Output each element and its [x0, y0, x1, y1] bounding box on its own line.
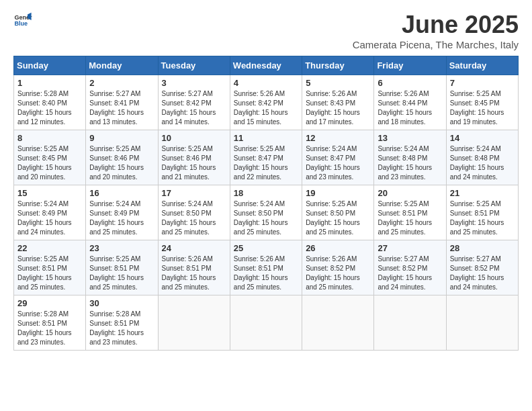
day-info: Sunrise: 5:25 AM Sunset: 8:51 PM Dayligh… [17, 255, 82, 292]
calendar-cell: 26 Sunrise: 5:26 AM Sunset: 8:52 PM Dayl… [302, 240, 374, 295]
calendar-cell: 15 Sunrise: 5:24 AM Sunset: 8:49 PM Dayl… [14, 185, 86, 240]
calendar-cell: 29 Sunrise: 5:28 AM Sunset: 8:51 PM Dayl… [14, 295, 86, 351]
calendar-week-5: 29 Sunrise: 5:28 AM Sunset: 8:51 PM Dayl… [14, 295, 519, 351]
title-area: June 2025 Camerata Picena, The Marches, … [353, 11, 519, 50]
day-info: Sunrise: 5:24 AM Sunset: 8:47 PM Dayligh… [306, 144, 370, 182]
day-number: 26 [306, 243, 370, 253]
day-number: 23 [89, 243, 154, 253]
day-info: Sunrise: 5:24 AM Sunset: 8:50 PM Dayligh… [234, 199, 298, 237]
calendar-cell: 2 Sunrise: 5:27 AM Sunset: 8:41 PM Dayli… [86, 75, 158, 130]
calendar-cell: 22 Sunrise: 5:25 AM Sunset: 8:51 PM Dayl… [14, 240, 86, 295]
day-info: Sunrise: 5:25 AM Sunset: 8:46 PM Dayligh… [89, 144, 154, 182]
month-title: June 2025 [353, 11, 519, 39]
calendar-cell: 16 Sunrise: 5:24 AM Sunset: 8:49 PM Dayl… [86, 185, 158, 240]
day-number: 6 [378, 78, 442, 88]
calendar-cell: 5 Sunrise: 5:26 AM Sunset: 8:43 PM Dayli… [302, 75, 374, 130]
logo-icon: General Blue [13, 11, 32, 30]
calendar-cell: 19 Sunrise: 5:25 AM Sunset: 8:50 PM Dayl… [302, 185, 374, 240]
day-info: Sunrise: 5:25 AM Sunset: 8:51 PM Dayligh… [89, 255, 154, 292]
header-sunday: Sunday [14, 56, 86, 75]
day-number: 18 [234, 188, 298, 198]
day-number: 9 [89, 133, 154, 143]
day-info: Sunrise: 5:28 AM Sunset: 8:51 PM Dayligh… [89, 310, 154, 347]
day-number: 5 [306, 78, 370, 88]
day-number: 14 [450, 133, 515, 143]
calendar-cell [374, 295, 446, 351]
calendar-cell: 28 Sunrise: 5:27 AM Sunset: 8:52 PM Dayl… [446, 240, 518, 295]
calendar-cell: 21 Sunrise: 5:25 AM Sunset: 8:51 PM Dayl… [446, 185, 518, 240]
calendar-cell: 8 Sunrise: 5:25 AM Sunset: 8:45 PM Dayli… [14, 130, 86, 185]
calendar-week-1: 1 Sunrise: 5:28 AM Sunset: 8:40 PM Dayli… [14, 75, 519, 130]
day-number: 17 [162, 188, 226, 198]
calendar-cell [446, 295, 518, 351]
day-number: 25 [234, 243, 298, 253]
day-info: Sunrise: 5:27 AM Sunset: 8:52 PM Dayligh… [378, 255, 442, 292]
day-number: 1 [17, 78, 82, 88]
header-friday: Friday [374, 56, 446, 75]
day-number: 7 [450, 78, 515, 88]
calendar-cell: 20 Sunrise: 5:25 AM Sunset: 8:51 PM Dayl… [374, 185, 446, 240]
calendar-cell: 6 Sunrise: 5:26 AM Sunset: 8:44 PM Dayli… [374, 75, 446, 130]
day-info: Sunrise: 5:25 AM Sunset: 8:47 PM Dayligh… [234, 144, 298, 182]
calendar-cell: 25 Sunrise: 5:26 AM Sunset: 8:51 PM Dayl… [230, 240, 302, 295]
day-number: 4 [234, 78, 298, 88]
day-info: Sunrise: 5:24 AM Sunset: 8:49 PM Dayligh… [17, 199, 82, 237]
day-number: 10 [162, 133, 226, 143]
day-number: 3 [162, 78, 226, 88]
header: General Blue June 2025 Camerata Picena, … [13, 11, 519, 50]
day-info: Sunrise: 5:28 AM Sunset: 8:51 PM Dayligh… [17, 310, 82, 347]
day-info: Sunrise: 5:25 AM Sunset: 8:51 PM Dayligh… [378, 199, 442, 237]
calendar-cell: 1 Sunrise: 5:28 AM Sunset: 8:40 PM Dayli… [14, 75, 86, 130]
day-info: Sunrise: 5:26 AM Sunset: 8:52 PM Dayligh… [306, 255, 370, 292]
day-number: 12 [306, 133, 370, 143]
calendar-cell: 9 Sunrise: 5:25 AM Sunset: 8:46 PM Dayli… [86, 130, 158, 185]
day-number: 11 [234, 133, 298, 143]
day-number: 24 [162, 243, 226, 253]
calendar-cell [158, 295, 230, 351]
day-number: 15 [17, 188, 82, 198]
calendar-header-row: SundayMondayTuesdayWednesdayThursdayFrid… [14, 56, 519, 75]
day-info: Sunrise: 5:26 AM Sunset: 8:51 PM Dayligh… [234, 255, 298, 292]
day-number: 21 [450, 188, 515, 198]
day-info: Sunrise: 5:24 AM Sunset: 8:48 PM Dayligh… [378, 144, 442, 182]
calendar-cell: 18 Sunrise: 5:24 AM Sunset: 8:50 PM Dayl… [230, 185, 302, 240]
day-number: 30 [89, 298, 154, 308]
day-info: Sunrise: 5:24 AM Sunset: 8:48 PM Dayligh… [450, 144, 515, 182]
calendar-cell [302, 295, 374, 351]
day-number: 19 [306, 188, 370, 198]
calendar-cell: 3 Sunrise: 5:27 AM Sunset: 8:42 PM Dayli… [158, 75, 230, 130]
day-info: Sunrise: 5:26 AM Sunset: 8:43 PM Dayligh… [306, 89, 370, 127]
day-number: 16 [89, 188, 154, 198]
calendar-cell: 12 Sunrise: 5:24 AM Sunset: 8:47 PM Dayl… [302, 130, 374, 185]
calendar-cell: 10 Sunrise: 5:25 AM Sunset: 8:46 PM Dayl… [158, 130, 230, 185]
day-info: Sunrise: 5:26 AM Sunset: 8:42 PM Dayligh… [234, 89, 298, 127]
day-info: Sunrise: 5:27 AM Sunset: 8:42 PM Dayligh… [162, 89, 226, 127]
header-thursday: Thursday [302, 56, 374, 75]
day-info: Sunrise: 5:26 AM Sunset: 8:51 PM Dayligh… [162, 255, 226, 292]
calendar-cell: 23 Sunrise: 5:25 AM Sunset: 8:51 PM Dayl… [86, 240, 158, 295]
day-number: 28 [450, 243, 515, 253]
calendar-cell: 27 Sunrise: 5:27 AM Sunset: 8:52 PM Dayl… [374, 240, 446, 295]
location-title: Camerata Picena, The Marches, Italy [353, 39, 519, 50]
calendar-cell: 4 Sunrise: 5:26 AM Sunset: 8:42 PM Dayli… [230, 75, 302, 130]
day-info: Sunrise: 5:25 AM Sunset: 8:50 PM Dayligh… [306, 199, 370, 237]
header-monday: Monday [86, 56, 158, 75]
day-number: 8 [17, 133, 82, 143]
calendar-cell: 24 Sunrise: 5:26 AM Sunset: 8:51 PM Dayl… [158, 240, 230, 295]
day-info: Sunrise: 5:24 AM Sunset: 8:50 PM Dayligh… [162, 199, 226, 237]
calendar: SundayMondayTuesdayWednesdayThursdayFrid… [13, 56, 519, 351]
header-saturday: Saturday [446, 56, 518, 75]
day-info: Sunrise: 5:25 AM Sunset: 8:51 PM Dayligh… [450, 199, 515, 237]
day-info: Sunrise: 5:28 AM Sunset: 8:40 PM Dayligh… [17, 89, 82, 127]
day-number: 27 [378, 243, 442, 253]
calendar-cell: 17 Sunrise: 5:24 AM Sunset: 8:50 PM Dayl… [158, 185, 230, 240]
day-info: Sunrise: 5:25 AM Sunset: 8:45 PM Dayligh… [450, 89, 515, 127]
header-tuesday: Tuesday [158, 56, 230, 75]
day-number: 29 [17, 298, 82, 308]
calendar-cell: 30 Sunrise: 5:28 AM Sunset: 8:51 PM Dayl… [86, 295, 158, 351]
calendar-week-4: 22 Sunrise: 5:25 AM Sunset: 8:51 PM Dayl… [14, 240, 519, 295]
day-info: Sunrise: 5:25 AM Sunset: 8:45 PM Dayligh… [17, 144, 82, 182]
day-number: 20 [378, 188, 442, 198]
day-info: Sunrise: 5:27 AM Sunset: 8:41 PM Dayligh… [89, 89, 154, 127]
day-info: Sunrise: 5:27 AM Sunset: 8:52 PM Dayligh… [450, 255, 515, 292]
